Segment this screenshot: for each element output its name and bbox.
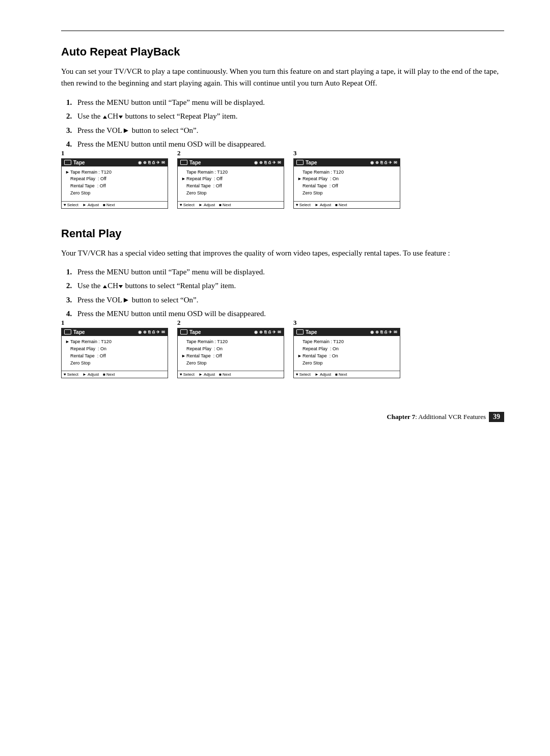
step-text: Press the VOL► button to select “On”. — [77, 294, 504, 306]
step-item: 1. Press the MENU button until “Tape” me… — [66, 97, 504, 108]
screen-icons-r1: ◉ ⊕ ⎘ ⎙ ✈ ✉ — [138, 330, 165, 334]
step-num: 2. — [66, 110, 77, 122]
screen-header-title-2: Tape — [180, 160, 201, 165]
icon-6: ✉ — [394, 160, 397, 165]
footer-item: ■ Next — [335, 203, 347, 207]
screen-title-text-r1: Tape — [73, 329, 85, 335]
screen-content-3: Tape Remain : T120 ► Repeat Play : On Re… — [294, 166, 400, 201]
footer-item: ♥ Select — [180, 203, 195, 207]
item-row: ► Repeat Play : On — [297, 176, 396, 183]
item-row: ► Rental Tape : On — [297, 353, 396, 360]
footer-icon: ■ — [103, 372, 105, 377]
step-text: Press the MENU button until “Tape” menu … — [77, 266, 504, 278]
tape-icon — [64, 329, 71, 334]
step-num: 3. — [66, 125, 77, 136]
item-arrow: ► — [181, 353, 186, 360]
footer-icon: ► — [199, 372, 203, 377]
footer-icon: ► — [199, 203, 203, 207]
screen-content-r1: ► Tape Remain : T120 Repeat Play : On Re… — [62, 336, 168, 371]
item-row: ► Repeat Play : Off — [181, 176, 280, 183]
item-label: Rental Tape : Off — [70, 183, 106, 190]
icon-2: ⊕ — [143, 330, 147, 334]
item-row: Repeat Play : On — [181, 346, 280, 353]
icon-6: ✉ — [161, 330, 165, 334]
section-body-auto-repeat: You can set your TV/VCR to play a tape c… — [61, 66, 504, 90]
page-footer: Chapter 7: Additional VCR Features 39 — [387, 412, 504, 422]
footer-icon: ■ — [219, 372, 222, 377]
screen-header-3: Tape ◉ ⊕ ⎘ ⎙ ✈ ✉ — [294, 159, 400, 166]
screen-title-text-r2: Tape — [189, 329, 201, 335]
item-label: Zero Stop — [302, 190, 323, 197]
icon-5: ✈ — [272, 330, 276, 334]
section-rental-play: Rental Play Your TV/VCR has a special vi… — [61, 227, 504, 378]
step-num: 4. — [66, 308, 77, 320]
triangle-up-icon — [103, 116, 107, 119]
top-divider — [61, 31, 504, 31]
item-row: Tape Remain : T120 — [181, 339, 280, 346]
item-label: Rental Tape : Off — [186, 353, 222, 360]
screens-row-auto-repeat: 1 Tape ◉ ⊕ ⎘ ⎙ ✈ ✉ — [61, 158, 504, 209]
icon-2: ⊕ — [375, 160, 379, 165]
step-num: 3. — [66, 294, 77, 306]
footer-icon: ♥ — [64, 372, 66, 377]
screen-wrapper-1: 1 Tape ◉ ⊕ ⎘ ⎙ ✈ ✉ — [61, 158, 168, 209]
step-item: 3. Press the VOL► button to select “On”. — [66, 125, 504, 136]
footer-item: ► Adjust — [315, 203, 331, 207]
screen-num-r1: 1 — [61, 319, 65, 327]
footer-item: ■ Next — [219, 372, 231, 377]
icon-6: ✉ — [161, 160, 165, 165]
item-label: Tape Remain : T120 — [186, 339, 228, 346]
icon-1: ◉ — [254, 330, 258, 334]
icon-6: ✉ — [278, 160, 281, 165]
screen-footer-r2: ♥ Select ► Adjust ■ Next — [178, 371, 284, 378]
chapter-subtitle: : Additional VCR Features — [415, 413, 486, 421]
screen-footer-1: ♥ Select ► Adjust ■ Next — [62, 201, 168, 208]
item-label: Zero Stop — [70, 360, 91, 367]
step-item: 1. Press the MENU button until “Tape” me… — [66, 266, 504, 278]
item-row: Repeat Play : On — [297, 346, 396, 353]
footer-icon: ♥ — [180, 372, 182, 377]
screen-header-r2: Tape ◉ ⊕ ⎘ ⎙ ✈ ✉ — [178, 328, 284, 336]
screen-footer-3: ♥ Select ► Adjust ■ Next — [294, 201, 400, 208]
screen-header-r1: Tape ◉ ⊕ ⎘ ⎙ ✈ ✉ — [62, 328, 168, 336]
icon-3: ⎘ — [380, 160, 383, 165]
screen-content-r2: Tape Remain : T120 Repeat Play : On ► Re… — [178, 336, 284, 371]
screen-wrapper-3: 3 Tape ◉ ⊕ ⎘ ⎙ ✈ ✉ — [293, 158, 400, 209]
icon-6: ✉ — [394, 330, 397, 334]
footer-item: ► Adjust — [199, 203, 215, 207]
screen-header-title-r3: Tape — [296, 329, 317, 335]
step-num: 1. — [66, 266, 77, 278]
screen-title-text-2: Tape — [189, 160, 201, 165]
step-num: 4. — [66, 138, 77, 150]
footer-icon: ■ — [103, 203, 105, 207]
step-item: 2. Use the CH buttons to select “Repeat … — [66, 110, 504, 122]
footer-icon: ♥ — [180, 203, 182, 207]
item-row: Zero Stop — [181, 360, 280, 367]
screen-icons-1: ◉ ⊕ ⎘ ⎙ ✈ ✉ — [138, 160, 165, 165]
item-row: ► Tape Remain : T120 — [65, 339, 164, 346]
item-label: Tape Remain : T120 — [302, 169, 344, 176]
page-container: Auto Repeat PlayBack You can set your TV… — [0, 0, 550, 437]
icon-1: ◉ — [138, 160, 142, 165]
screen-icons-2: ◉ ⊕ ⎘ ⎙ ✈ ✉ — [254, 160, 281, 165]
item-label: Rental Tape : On — [302, 353, 338, 360]
footer-item: ♥ Select — [64, 372, 78, 377]
icon-3: ⎘ — [148, 330, 151, 334]
footer-icon: ■ — [335, 372, 338, 377]
screen-header-title-1: Tape — [64, 160, 85, 165]
icon-3: ⎘ — [148, 160, 151, 165]
footer-item: ► Adjust — [82, 203, 99, 207]
screen-header-2: Tape ◉ ⊕ ⎘ ⎙ ✈ ✉ — [178, 159, 284, 166]
item-label: Zero Stop — [302, 360, 323, 367]
screen-footer-r3: ♥ Select ► Adjust ■ Next — [294, 371, 400, 378]
icon-4: ⎙ — [152, 330, 155, 334]
footer-icon: ► — [82, 372, 87, 377]
screen-title-text-3: Tape — [306, 160, 317, 165]
icon-1: ◉ — [370, 160, 374, 165]
item-label: Zero Stop — [186, 190, 207, 197]
footer-icon: ♥ — [296, 203, 298, 207]
screen-footer-2: ♥ Select ► Adjust ■ Next — [178, 201, 284, 208]
icon-4: ⎙ — [384, 160, 387, 165]
footer-item: ■ Next — [103, 372, 115, 377]
screen-title-text-r3: Tape — [306, 329, 317, 335]
